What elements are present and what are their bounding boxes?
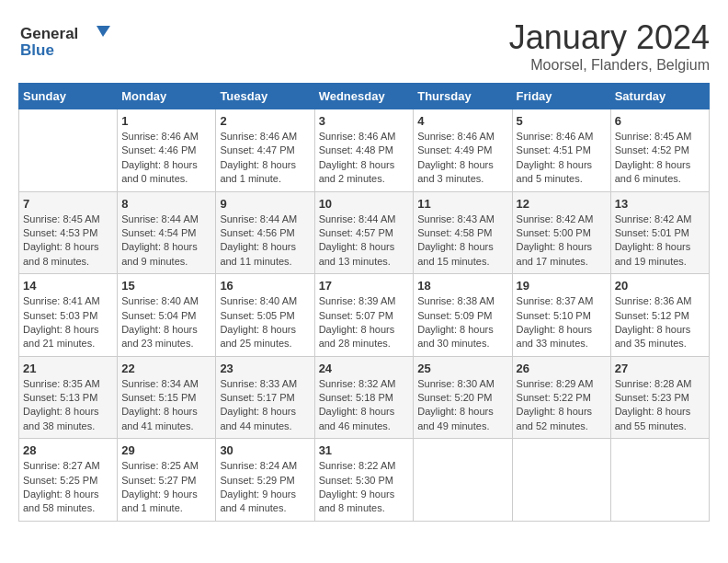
calendar-day-cell: 28Sunrise: 8:27 AM Sunset: 5:25 PM Dayli… — [19, 439, 118, 522]
day-info: Sunrise: 8:36 AM Sunset: 5:12 PM Dayligh… — [615, 294, 705, 351]
day-info: Sunrise: 8:22 AM Sunset: 5:30 PM Dayligh… — [319, 459, 410, 516]
day-info: Sunrise: 8:35 AM Sunset: 5:13 PM Dayligh… — [23, 377, 113, 434]
day-of-week-header: Sunday — [19, 84, 118, 109]
logo: General Blue — [18, 18, 119, 63]
calendar-day-cell: 22Sunrise: 8:34 AM Sunset: 5:15 PM Dayli… — [118, 356, 216, 439]
calendar-day-cell: 23Sunrise: 8:33 AM Sunset: 5:17 PM Dayli… — [216, 356, 314, 439]
calendar-day-cell: 9Sunrise: 8:44 AM Sunset: 4:56 PM Daylig… — [216, 191, 314, 274]
day-info: Sunrise: 8:44 AM Sunset: 4:54 PM Dayligh… — [121, 213, 211, 270]
day-info: Sunrise: 8:46 AM Sunset: 4:48 PM Dayligh… — [319, 130, 410, 187]
day-info: Sunrise: 8:40 AM Sunset: 5:05 PM Dayligh… — [220, 294, 310, 351]
day-number: 22 — [121, 362, 211, 375]
day-info: Sunrise: 8:37 AM Sunset: 5:10 PM Dayligh… — [517, 294, 607, 351]
day-number: 2 — [220, 114, 310, 128]
day-number: 18 — [417, 279, 507, 293]
day-number: 27 — [615, 362, 705, 375]
calendar-day-cell: 19Sunrise: 8:37 AM Sunset: 5:10 PM Dayli… — [512, 274, 610, 357]
calendar-day-cell — [512, 439, 610, 522]
day-of-week-header: Saturday — [610, 84, 709, 109]
day-number: 1 — [121, 114, 211, 128]
day-info: Sunrise: 8:46 AM Sunset: 4:49 PM Dayligh… — [417, 130, 507, 187]
day-number: 6 — [615, 114, 705, 128]
calendar-day-cell: 13Sunrise: 8:42 AM Sunset: 5:01 PM Dayli… — [610, 191, 709, 274]
calendar-week-row: 14Sunrise: 8:41 AM Sunset: 5:03 PM Dayli… — [19, 274, 710, 357]
calendar-day-cell: 15Sunrise: 8:40 AM Sunset: 5:04 PM Dayli… — [118, 274, 216, 357]
location-subtitle: Moorsel, Flanders, Belgium — [509, 57, 710, 74]
day-info: Sunrise: 8:46 AM Sunset: 4:46 PM Dayligh… — [121, 130, 211, 187]
calendar-week-row: 7Sunrise: 8:45 AM Sunset: 4:53 PM Daylig… — [19, 191, 710, 274]
day-number: 17 — [319, 279, 410, 293]
day-info: Sunrise: 8:42 AM Sunset: 5:00 PM Dayligh… — [517, 213, 607, 270]
svg-text:General: General — [20, 25, 78, 42]
day-info: Sunrise: 8:44 AM Sunset: 4:57 PM Dayligh… — [319, 213, 410, 270]
day-number: 9 — [220, 197, 310, 211]
calendar-day-cell: 8Sunrise: 8:44 AM Sunset: 4:54 PM Daylig… — [118, 191, 216, 274]
day-info: Sunrise: 8:32 AM Sunset: 5:18 PM Dayligh… — [319, 377, 410, 434]
day-of-week-header: Friday — [512, 84, 610, 109]
day-number: 19 — [517, 279, 607, 293]
day-number: 7 — [23, 197, 113, 211]
calendar-day-cell: 4Sunrise: 8:46 AM Sunset: 4:49 PM Daylig… — [414, 109, 512, 192]
day-info: Sunrise: 8:46 AM Sunset: 4:51 PM Dayligh… — [517, 130, 607, 187]
logo-text: General Blue — [18, 18, 119, 63]
day-number: 16 — [220, 279, 310, 293]
calendar-week-row: 21Sunrise: 8:35 AM Sunset: 5:13 PM Dayli… — [19, 356, 710, 439]
day-number: 13 — [615, 197, 705, 211]
title-block: January 2024 Moorsel, Flanders, Belgium — [509, 18, 710, 74]
calendar-day-cell: 11Sunrise: 8:43 AM Sunset: 4:58 PM Dayli… — [414, 191, 512, 274]
day-info: Sunrise: 8:45 AM Sunset: 4:53 PM Dayligh… — [23, 213, 113, 270]
day-number: 5 — [517, 114, 607, 128]
calendar-day-cell: 16Sunrise: 8:40 AM Sunset: 5:05 PM Dayli… — [216, 274, 314, 357]
calendar-day-cell — [19, 109, 118, 192]
day-number: 10 — [319, 197, 410, 211]
calendar-day-cell: 2Sunrise: 8:46 AM Sunset: 4:47 PM Daylig… — [216, 109, 314, 192]
day-of-week-header: Monday — [118, 84, 216, 109]
month-year-title: January 2024 — [509, 18, 710, 57]
calendar-day-cell: 14Sunrise: 8:41 AM Sunset: 5:03 PM Dayli… — [19, 274, 118, 357]
day-number: 3 — [319, 114, 410, 128]
calendar-day-cell: 5Sunrise: 8:46 AM Sunset: 4:51 PM Daylig… — [512, 109, 610, 192]
calendar-day-cell: 26Sunrise: 8:29 AM Sunset: 5:22 PM Dayli… — [512, 356, 610, 439]
day-of-week-header: Tuesday — [216, 84, 314, 109]
calendar-day-cell: 30Sunrise: 8:24 AM Sunset: 5:29 PM Dayli… — [216, 439, 314, 522]
calendar-day-cell: 10Sunrise: 8:44 AM Sunset: 4:57 PM Dayli… — [314, 191, 414, 274]
day-of-week-header: Thursday — [414, 84, 512, 109]
day-info: Sunrise: 8:39 AM Sunset: 5:07 PM Dayligh… — [319, 294, 410, 351]
day-info: Sunrise: 8:44 AM Sunset: 4:56 PM Dayligh… — [220, 213, 310, 270]
days-of-week-row: SundayMondayTuesdayWednesdayThursdayFrid… — [19, 84, 710, 109]
day-number: 30 — [220, 443, 310, 457]
day-info: Sunrise: 8:43 AM Sunset: 4:58 PM Dayligh… — [417, 213, 507, 270]
day-number: 23 — [220, 362, 310, 375]
calendar-table: SundayMondayTuesdayWednesdayThursdayFrid… — [18, 83, 710, 522]
day-number: 25 — [417, 362, 507, 375]
day-info: Sunrise: 8:33 AM Sunset: 5:17 PM Dayligh… — [220, 377, 310, 434]
day-number: 15 — [121, 279, 211, 293]
page-header: General Blue January 2024 Moorsel, Fland… — [18, 18, 710, 74]
day-number: 29 — [121, 443, 211, 457]
calendar-day-cell: 17Sunrise: 8:39 AM Sunset: 5:07 PM Dayli… — [314, 274, 414, 357]
svg-marker-1 — [97, 26, 110, 37]
calendar-day-cell — [414, 439, 512, 522]
day-info: Sunrise: 8:29 AM Sunset: 5:22 PM Dayligh… — [517, 377, 607, 434]
day-info: Sunrise: 8:27 AM Sunset: 5:25 PM Dayligh… — [23, 459, 113, 516]
calendar-day-cell: 21Sunrise: 8:35 AM Sunset: 5:13 PM Dayli… — [19, 356, 118, 439]
calendar-header: SundayMondayTuesdayWednesdayThursdayFrid… — [19, 84, 710, 109]
day-info: Sunrise: 8:28 AM Sunset: 5:23 PM Dayligh… — [615, 377, 705, 434]
calendar-day-cell: 24Sunrise: 8:32 AM Sunset: 5:18 PM Dayli… — [314, 356, 414, 439]
day-info: Sunrise: 8:24 AM Sunset: 5:29 PM Dayligh… — [220, 459, 310, 516]
calendar-day-cell: 7Sunrise: 8:45 AM Sunset: 4:53 PM Daylig… — [19, 191, 118, 274]
day-info: Sunrise: 8:41 AM Sunset: 5:03 PM Dayligh… — [23, 294, 113, 351]
calendar-day-cell: 6Sunrise: 8:45 AM Sunset: 4:52 PM Daylig… — [610, 109, 709, 192]
day-info: Sunrise: 8:40 AM Sunset: 5:04 PM Dayligh… — [121, 294, 211, 351]
calendar-day-cell: 29Sunrise: 8:25 AM Sunset: 5:27 PM Dayli… — [118, 439, 216, 522]
day-number: 14 — [23, 279, 113, 293]
calendar-week-row: 28Sunrise: 8:27 AM Sunset: 5:25 PM Dayli… — [19, 439, 710, 522]
day-info: Sunrise: 8:42 AM Sunset: 5:01 PM Dayligh… — [615, 213, 705, 270]
day-number: 24 — [319, 362, 410, 375]
day-number: 4 — [417, 114, 507, 128]
day-info: Sunrise: 8:34 AM Sunset: 5:15 PM Dayligh… — [121, 377, 211, 434]
day-number: 20 — [615, 279, 705, 293]
day-number: 31 — [319, 443, 410, 457]
day-number: 11 — [417, 197, 507, 211]
calendar-day-cell: 31Sunrise: 8:22 AM Sunset: 5:30 PM Dayli… — [314, 439, 414, 522]
